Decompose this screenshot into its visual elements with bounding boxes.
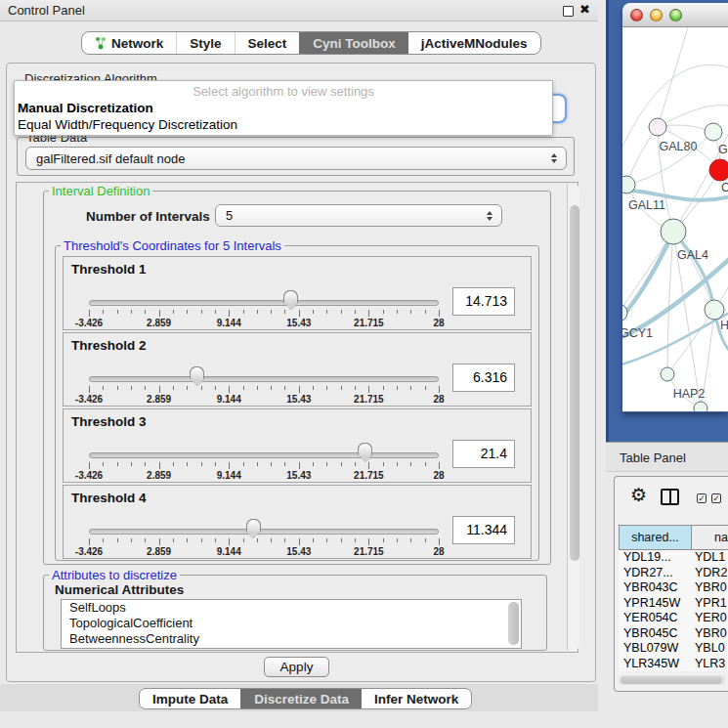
attr-items: SelfLoopsTopologicalCoefficientBetweenne…	[62, 600, 521, 647]
network-node-c[interactable]	[709, 159, 728, 181]
node-label: C	[721, 181, 728, 194]
slider-tick-labels: -3.4262.8599.14415.4321.71528	[89, 394, 439, 405]
threshold-slider-track[interactable]	[89, 300, 439, 306]
cell-shared-name[interactable]: YDR27...	[619, 566, 691, 581]
zoom-traffic-light-icon[interactable]	[669, 9, 682, 21]
attribute-item-selfloops[interactable]: SelfLoops	[62, 600, 521, 616]
algorithm-option-equal-width-frequency[interactable]: Equal Width/Frequency Discretization	[18, 117, 237, 132]
tab-label: Discretize Data	[254, 692, 349, 707]
network-node-g[interactable]	[705, 123, 722, 141]
network-node[interactable]	[694, 402, 707, 411]
close-traffic-light-icon[interactable]	[630, 9, 643, 21]
cell-shared-name[interactable]: YBR043C	[619, 580, 691, 596]
threshold-slider-track[interactable]	[89, 376, 439, 382]
network-window-titlebar	[622, 3, 728, 27]
network-graph[interactable]: GAL80GCGAL11GAL4GCY1HHAP2	[622, 27, 728, 411]
network-node-hap2[interactable]	[661, 367, 674, 381]
attributes-scrollbar-thumb[interactable]	[508, 602, 519, 645]
tick-label: -3.426	[75, 546, 103, 557]
tick-label: 9.144	[217, 546, 241, 557]
table-panel-title: Table Panel	[620, 450, 686, 465]
network-edge[interactable]	[667, 232, 673, 374]
cell-shared-name[interactable]: YER054C	[619, 611, 691, 626]
threshold-label: Threshold 4	[71, 491, 147, 505]
network-view-background: GAL80GCGAL11GAL4GCY1HHAP2	[606, 0, 728, 445]
cell-name[interactable]: YBR0	[691, 580, 728, 596]
table-row[interactable]: YBR045CYBR0	[619, 626, 728, 642]
algorithm-dropdown-popup: Select algorithm to view settings Manual…	[14, 80, 553, 136]
cell-name[interactable]: YDR2	[691, 566, 728, 581]
tab-impute-data[interactable]: Impute Data	[140, 689, 240, 708]
cell-shared-name[interactable]: YBR045C	[619, 626, 691, 642]
minimize-traffic-light-icon[interactable]	[650, 9, 663, 21]
algorithm-option-manual-discretization[interactable]: Manual Discretization	[18, 101, 153, 115]
numerical-attributes-list[interactable]: SelfLoopsTopologicalCoefficientBetweenne…	[61, 599, 522, 649]
vertical-scrollbar[interactable]	[567, 184, 579, 651]
tab-style[interactable]: Style	[176, 32, 234, 54]
cell-shared-name[interactable]: YDL19...	[619, 550, 691, 566]
close-icon[interactable]: ✖	[579, 2, 590, 17]
threshold-slider-handle[interactable]	[246, 519, 261, 538]
tick-label: 9.144	[217, 318, 241, 328]
table-row[interactable]: YBR043CYBR0	[619, 580, 728, 596]
network-node-h[interactable]	[705, 300, 724, 320]
apply-button[interactable]: Apply	[264, 657, 329, 677]
combo-spinner-icon	[551, 153, 557, 163]
slider-tick-labels: -3.4262.8599.14415.4321.71528	[89, 546, 439, 557]
checkbox-icon[interactable]: ✓	[697, 493, 707, 503]
node-label: GAL11	[628, 198, 665, 212]
cell-name[interactable]: YLR3	[691, 657, 728, 672]
cell-shared-name[interactable]: YLR345W	[619, 657, 691, 672]
table-row[interactable]: YDR27...YDR2	[619, 566, 728, 581]
cell-name[interactable]: YBR0	[691, 626, 728, 642]
network-edge[interactable]	[622, 232, 673, 328]
threshold-label: Threshold 1	[71, 262, 147, 277]
cell-shared-name[interactable]: YBL079W	[619, 641, 691, 657]
number-of-intervals-combobox[interactable]: 5	[215, 204, 502, 227]
network-node-gal11[interactable]	[622, 176, 635, 193]
threshold-value-field[interactable]: 14.713	[452, 287, 515, 316]
table-row[interactable]: YLR345WYLR3	[619, 657, 728, 672]
horizontal-scrollbar[interactable]	[619, 675, 726, 685]
table-row[interactable]: YER054CYER0	[619, 611, 728, 626]
float-window-icon[interactable]	[563, 6, 574, 17]
split-columns-icon[interactable]	[661, 489, 679, 505]
threshold-slider-handle[interactable]	[283, 290, 298, 310]
horizontal-scrollbar-thumb[interactable]	[621, 676, 722, 684]
attribute-item-topologicalcoefficient[interactable]: TopologicalCoefficient	[62, 616, 521, 631]
threshold-slider-track[interactable]	[89, 529, 439, 535]
tab-label: jActiveMNodules	[421, 36, 528, 51]
cell-shared-name[interactable]: YPR145W	[619, 596, 691, 612]
threshold-value-field[interactable]: 21.4	[452, 440, 515, 468]
tab-jactivemnodules[interactable]: jActiveMNodules	[408, 32, 540, 54]
table-row[interactable]: YDL19...YDL1	[619, 550, 728, 566]
tab-network[interactable]: Network	[82, 32, 176, 54]
threshold-value-field[interactable]: 11.344	[452, 516, 515, 544]
threshold-slider-handle[interactable]	[190, 366, 204, 386]
tab-discretize-data[interactable]: Discretize Data	[240, 689, 362, 708]
threshold-value-field[interactable]: 6.316	[452, 364, 515, 392]
table-row[interactable]: YBL079WYBL0	[619, 641, 728, 657]
cell-name[interactable]: YPR1	[691, 596, 728, 612]
network-node-gal4[interactable]	[661, 219, 686, 244]
cell-name[interactable]: YER0	[691, 611, 728, 626]
table-data-combobox[interactable]: galFiltered.sif default node	[25, 147, 567, 170]
column-header-name[interactable]: na	[692, 526, 728, 549]
checkbox-icon[interactable]: ✓	[711, 493, 721, 503]
threshold-slider-handle[interactable]	[358, 443, 372, 462]
tab-cyni-toolbox[interactable]: Cyni Toolbox	[299, 32, 408, 54]
vertical-scrollbar-thumb[interactable]	[570, 205, 579, 561]
network-edge[interactable]	[626, 127, 658, 185]
network-node-gal80[interactable]	[649, 118, 666, 136]
column-header-shared-name[interactable]: shared...	[620, 526, 692, 549]
attribute-item-betweennesscentrality[interactable]: BetweennessCentrality	[62, 631, 521, 647]
cell-name[interactable]: YBL0	[691, 641, 728, 657]
tab-infer-network[interactable]: Infer Network	[362, 689, 471, 708]
tab-select[interactable]: Select	[235, 32, 300, 54]
threshold-slider-track[interactable]	[89, 452, 439, 458]
gear-icon[interactable]: ⚙	[630, 486, 647, 505]
table-row[interactable]: YPR145WYPR1	[619, 596, 728, 612]
network-node-gcy1[interactable]	[622, 304, 627, 321]
cell-name[interactable]: YDL1	[691, 550, 728, 566]
network-canvas[interactable]: GAL80GCGAL11GAL4GCY1HHAP2	[622, 27, 728, 411]
